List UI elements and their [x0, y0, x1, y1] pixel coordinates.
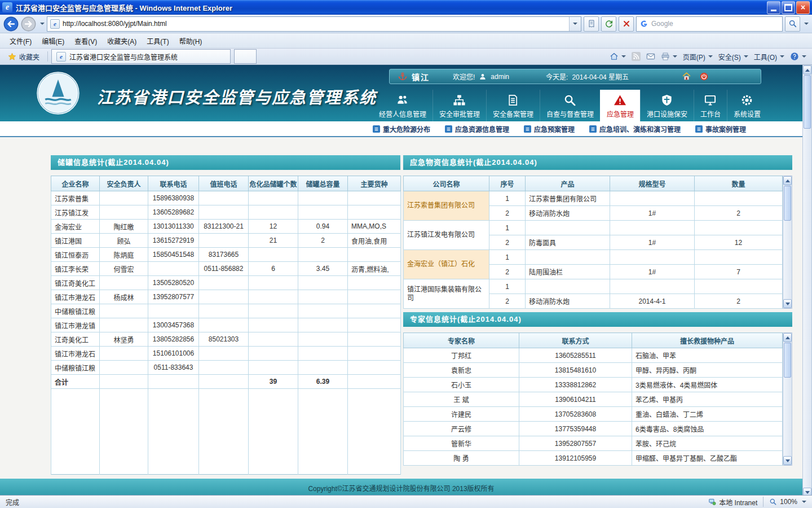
maximize-button[interactable] [782, 1, 795, 14]
materials-scrollbar[interactable] [783, 176, 792, 309]
page-menu-button[interactable]: 页面(P) [683, 52, 713, 62]
scroll-down-button[interactable] [803, 488, 811, 495]
search-input[interactable]: Google [636, 16, 783, 32]
new-tab-stub[interactable] [234, 49, 257, 64]
close-button[interactable]: × [796, 1, 810, 14]
table-row[interactable]: 中储粮镇江粮 [51, 304, 401, 318]
nav-item-magnifier[interactable]: 自查与督查管理 [540, 90, 600, 121]
scroll-thumb[interactable] [804, 75, 811, 129]
browser-tab[interactable]: e 江苏省港口安全监管与应急管理系统 [51, 49, 231, 64]
menu-item-5[interactable]: 帮助(H) [174, 34, 208, 48]
table-row[interactable]: 中储粮镇江粮0511-833643 [51, 361, 401, 375]
page-footer: Copyright©江苏省交通规划设计院股份有限公司 2013版权所有 [0, 479, 802, 495]
nav-item-users[interactable]: 经营人信息管理 [373, 90, 433, 121]
back-button[interactable] [3, 16, 19, 32]
table-row[interactable]: 镇江奇美化工13505280520 [51, 276, 401, 290]
safety-menu-button[interactable]: 安全(S) [718, 52, 748, 62]
nav-item-warning[interactable]: 应急管理 [600, 90, 640, 121]
table-row[interactable]: 王 斌13906104211苯乙烯、甲基丙 [404, 392, 783, 407]
scroll-up-button[interactable] [783, 176, 792, 185]
url-dropdown-button[interactable] [569, 17, 581, 31]
read-mail-button[interactable] [646, 52, 655, 61]
scroll-down-button[interactable] [783, 299, 792, 308]
nav-item-document[interactable]: 安全备案管理 [486, 90, 540, 121]
table-cell: 江苏索普集 [51, 191, 100, 205]
menu-item-1[interactable]: 编辑(E) [37, 34, 69, 48]
list-icon [524, 125, 531, 133]
table-cell: 王 斌 [404, 392, 519, 407]
table-row[interactable]: 镇江市港龙石杨成林13952807577 [51, 290, 401, 304]
table-row[interactable]: 严云修137753594486类毒害品、8类腐蚀品 [404, 422, 783, 436]
forward-button[interactable] [21, 16, 36, 32]
experts-scrollbar[interactable] [783, 332, 792, 466]
favorites-button[interactable]: 收藏夹 [3, 50, 44, 63]
zoom-control[interactable]: 100% [769, 498, 806, 506]
table-row[interactable]: 石小玉133388128623类易燃液体、4类易燃固体 [404, 378, 783, 392]
url-field[interactable]: e http://localhost:8080/yjpt/Main.html [47, 16, 581, 32]
table-row[interactable]: 镇江港国顾弘13615272919212食用油,食用 [51, 234, 401, 248]
home-button[interactable] [610, 52, 626, 61]
scroll-up-button[interactable] [783, 333, 792, 342]
table-row[interactable]: 金海宏业陶红皦1301301133083121300-21120.94MMA,M… [51, 220, 401, 234]
nav-item-gear[interactable]: 系统设置 [727, 90, 767, 121]
home-shortcut-icon[interactable] [682, 72, 691, 81]
search-button[interactable] [785, 16, 800, 32]
subnav-item-2[interactable]: 应急预案管理 [524, 124, 575, 134]
print-button[interactable] [661, 52, 677, 61]
nav-item-sitemap[interactable]: 安全审批管理 [433, 90, 486, 121]
table-row[interactable]: 江苏镇江发电有限公司1 [404, 221, 783, 235]
tools-menu-button[interactable]: 工具(O) [754, 52, 784, 62]
menu-item-4[interactable]: 工具(T) [142, 34, 174, 48]
table-row[interactable]: 丁邦红13605285511石脑油、甲苯 [404, 348, 783, 363]
table-row[interactable]: 江苏索普集15896380938 [51, 191, 401, 205]
search-dropdown-icon[interactable] [804, 23, 809, 25]
list-icon [695, 125, 703, 133]
table-row[interactable]: 镇江李长荣何雪宏0511-85688263.45沥青,燃料油, [51, 262, 401, 276]
table-row[interactable]: 许建民13705283608重油、白蜡油、丁二烯 [404, 407, 783, 422]
compatibility-view-button[interactable] [584, 16, 599, 32]
subnav-item-0[interactable]: 重大危险源分布 [373, 124, 430, 134]
table-cell: 13003457368 [148, 318, 199, 332]
table-row[interactable]: 镇江市港龙镇13003457368 [51, 318, 401, 332]
menu-item-0[interactable]: 文件(F) [5, 34, 37, 48]
menu-item-2[interactable]: 查看(V) [69, 34, 102, 48]
refresh-button[interactable] [601, 16, 616, 32]
warning-icon [614, 94, 626, 107]
subnav-item-4[interactable]: 事故案例管理 [695, 124, 746, 134]
history-dropdown-icon[interactable] [40, 23, 45, 25]
table-row[interactable]: 陶 勇13912105959甲缩醛、甲基异丁基酮、乙酸乙酯 [404, 451, 783, 466]
scroll-down-button[interactable] [783, 456, 792, 465]
nav-item-monitor[interactable]: 工作台 [694, 90, 727, 121]
subnav-item-1[interactable]: 应急资源信息管理 [445, 124, 509, 134]
page-scrollbar[interactable] [802, 65, 812, 495]
table-cell: 顾弘 [100, 234, 148, 248]
scroll-up-button[interactable] [803, 65, 811, 75]
table-row[interactable]: 管新华13952807557苯胺、环己烷 [404, 436, 783, 451]
table-row[interactable]: 金海宏业（镇江）石化1 [404, 250, 783, 265]
logout-power-icon[interactable] [699, 72, 709, 81]
table-cell [610, 250, 695, 265]
minimize-button[interactable] [767, 1, 780, 14]
nav-item-shield[interactable]: 港口设施保安 [640, 90, 694, 121]
scroll-thumb[interactable] [784, 186, 791, 221]
table-cell [148, 375, 199, 389]
panel-expert-statistics: 专家信息统计(截止2014.04.04) 专家名称联系方式擅长救援物种产品 丁邦… [403, 312, 792, 466]
table-cell [298, 290, 348, 304]
table-row[interactable]: 江苏镇江发13605289682 [51, 205, 401, 220]
table-row[interactable]: 合计396.39 [51, 375, 401, 389]
table-row[interactable]: 镇江港国际集装箱有限公司1 [404, 279, 783, 294]
help-button[interactable] [790, 52, 806, 61]
window-title: 江苏省港口安全监管与应急管理系统 - Windows Internet Expl… [16, 2, 766, 13]
feeds-button[interactable] [632, 52, 641, 61]
subnav-item-3[interactable]: 应急培训、演练和演习管理 [589, 124, 681, 134]
table-row[interactable]: 江奇美化工林坚勇1380528285685021303 [51, 332, 401, 347]
table-row[interactable]: 镇江恒泰沥陈炳庭1585045154883173665 [51, 248, 401, 262]
table-cell: 13705283608 [519, 407, 632, 422]
table-row[interactable]: 镇江市港龙石15106101006 [51, 347, 401, 361]
stop-button[interactable] [619, 16, 634, 32]
table-row[interactable]: 江苏索普集团有限公司1江苏索普集团有限公司 [404, 191, 783, 206]
scroll-thumb[interactable] [784, 343, 791, 378]
menu-item-3[interactable]: 收藏夹(A) [102, 34, 142, 48]
table-row[interactable]: 袁新忠13815481610甲醇、异丙醇、丙酮 [404, 363, 783, 378]
column-header: 安全负责人 [100, 176, 148, 191]
